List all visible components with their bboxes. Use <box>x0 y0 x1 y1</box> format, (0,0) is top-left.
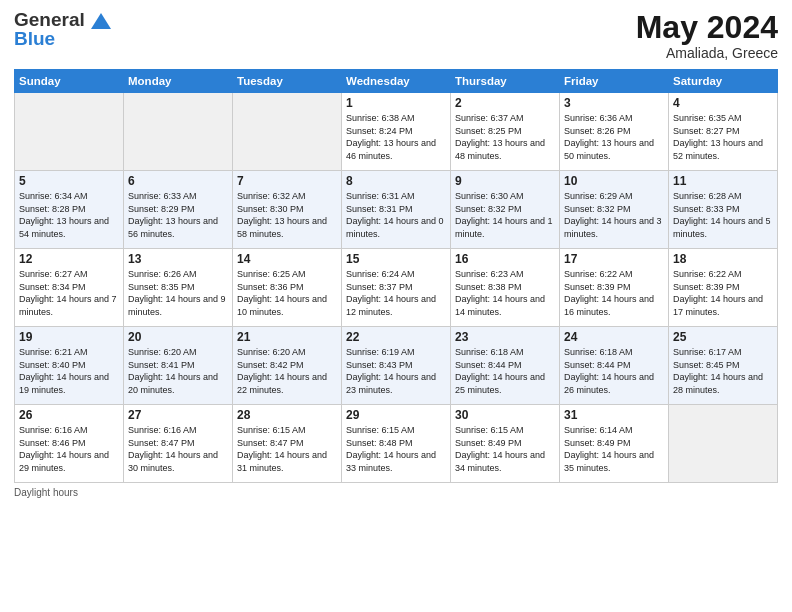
cell-details: Sunrise: 6:23 AM Sunset: 8:38 PM Dayligh… <box>455 268 555 318</box>
day-number: 17 <box>564 252 664 266</box>
calendar-cell: 28Sunrise: 6:15 AM Sunset: 8:47 PM Dayli… <box>233 405 342 483</box>
calendar-cell: 29Sunrise: 6:15 AM Sunset: 8:48 PM Dayli… <box>342 405 451 483</box>
day-header-sunday: Sunday <box>15 70 124 93</box>
calendar-cell: 15Sunrise: 6:24 AM Sunset: 8:37 PM Dayli… <box>342 249 451 327</box>
header-row: SundayMondayTuesdayWednesdayThursdayFrid… <box>15 70 778 93</box>
cell-details: Sunrise: 6:18 AM Sunset: 8:44 PM Dayligh… <box>455 346 555 396</box>
calendar-cell: 23Sunrise: 6:18 AM Sunset: 8:44 PM Dayli… <box>451 327 560 405</box>
calendar-row: 26Sunrise: 6:16 AM Sunset: 8:46 PM Dayli… <box>15 405 778 483</box>
cell-details: Sunrise: 6:27 AM Sunset: 8:34 PM Dayligh… <box>19 268 119 318</box>
cell-details: Sunrise: 6:35 AM Sunset: 8:27 PM Dayligh… <box>673 112 773 162</box>
month-title: May 2024 <box>636 10 778 45</box>
day-header-thursday: Thursday <box>451 70 560 93</box>
day-number: 5 <box>19 174 119 188</box>
cell-details: Sunrise: 6:32 AM Sunset: 8:30 PM Dayligh… <box>237 190 337 240</box>
calendar-cell <box>15 93 124 171</box>
day-number: 7 <box>237 174 337 188</box>
day-number: 1 <box>346 96 446 110</box>
calendar-cell: 20Sunrise: 6:20 AM Sunset: 8:41 PM Dayli… <box>124 327 233 405</box>
calendar-cell: 27Sunrise: 6:16 AM Sunset: 8:47 PM Dayli… <box>124 405 233 483</box>
cell-details: Sunrise: 6:14 AM Sunset: 8:49 PM Dayligh… <box>564 424 664 474</box>
calendar-row: 19Sunrise: 6:21 AM Sunset: 8:40 PM Dayli… <box>15 327 778 405</box>
day-header-friday: Friday <box>560 70 669 93</box>
cell-details: Sunrise: 6:29 AM Sunset: 8:32 PM Dayligh… <box>564 190 664 240</box>
day-number: 21 <box>237 330 337 344</box>
cell-details: Sunrise: 6:17 AM Sunset: 8:45 PM Dayligh… <box>673 346 773 396</box>
cell-details: Sunrise: 6:24 AM Sunset: 8:37 PM Dayligh… <box>346 268 446 318</box>
day-number: 15 <box>346 252 446 266</box>
cell-details: Sunrise: 6:15 AM Sunset: 8:49 PM Dayligh… <box>455 424 555 474</box>
calendar-cell: 14Sunrise: 6:25 AM Sunset: 8:36 PM Dayli… <box>233 249 342 327</box>
day-number: 28 <box>237 408 337 422</box>
calendar-row: 1Sunrise: 6:38 AM Sunset: 8:24 PM Daylig… <box>15 93 778 171</box>
day-number: 3 <box>564 96 664 110</box>
day-number: 26 <box>19 408 119 422</box>
header: General Blue May 2024 Amaliada, Greece <box>14 10 778 61</box>
day-number: 22 <box>346 330 446 344</box>
day-number: 27 <box>128 408 228 422</box>
calendar-cell <box>233 93 342 171</box>
calendar-cell: 17Sunrise: 6:22 AM Sunset: 8:39 PM Dayli… <box>560 249 669 327</box>
day-number: 25 <box>673 330 773 344</box>
day-number: 14 <box>237 252 337 266</box>
svg-marker-0 <box>91 13 111 29</box>
daylight-label: Daylight hours <box>14 487 78 498</box>
day-number: 9 <box>455 174 555 188</box>
calendar-cell: 10Sunrise: 6:29 AM Sunset: 8:32 PM Dayli… <box>560 171 669 249</box>
calendar-table: SundayMondayTuesdayWednesdayThursdayFrid… <box>14 69 778 483</box>
day-number: 10 <box>564 174 664 188</box>
calendar-cell: 2Sunrise: 6:37 AM Sunset: 8:25 PM Daylig… <box>451 93 560 171</box>
cell-details: Sunrise: 6:18 AM Sunset: 8:44 PM Dayligh… <box>564 346 664 396</box>
cell-details: Sunrise: 6:20 AM Sunset: 8:42 PM Dayligh… <box>237 346 337 396</box>
day-header-wednesday: Wednesday <box>342 70 451 93</box>
calendar-cell: 24Sunrise: 6:18 AM Sunset: 8:44 PM Dayli… <box>560 327 669 405</box>
calendar-cell: 7Sunrise: 6:32 AM Sunset: 8:30 PM Daylig… <box>233 171 342 249</box>
calendar-cell: 8Sunrise: 6:31 AM Sunset: 8:31 PM Daylig… <box>342 171 451 249</box>
cell-details: Sunrise: 6:31 AM Sunset: 8:31 PM Dayligh… <box>346 190 446 240</box>
day-header-monday: Monday <box>124 70 233 93</box>
calendar-cell: 16Sunrise: 6:23 AM Sunset: 8:38 PM Dayli… <box>451 249 560 327</box>
cell-details: Sunrise: 6:25 AM Sunset: 8:36 PM Dayligh… <box>237 268 337 318</box>
calendar-cell: 12Sunrise: 6:27 AM Sunset: 8:34 PM Dayli… <box>15 249 124 327</box>
calendar-cell: 11Sunrise: 6:28 AM Sunset: 8:33 PM Dayli… <box>669 171 778 249</box>
calendar-row: 12Sunrise: 6:27 AM Sunset: 8:34 PM Dayli… <box>15 249 778 327</box>
day-header-tuesday: Tuesday <box>233 70 342 93</box>
day-number: 11 <box>673 174 773 188</box>
cell-details: Sunrise: 6:22 AM Sunset: 8:39 PM Dayligh… <box>564 268 664 318</box>
logo-blue: Blue <box>14 29 55 48</box>
calendar-cell: 30Sunrise: 6:15 AM Sunset: 8:49 PM Dayli… <box>451 405 560 483</box>
day-number: 13 <box>128 252 228 266</box>
title-block: May 2024 Amaliada, Greece <box>636 10 778 61</box>
calendar-page: General Blue May 2024 Amaliada, Greece S… <box>0 0 792 612</box>
cell-details: Sunrise: 6:15 AM Sunset: 8:47 PM Dayligh… <box>237 424 337 474</box>
cell-details: Sunrise: 6:34 AM Sunset: 8:28 PM Dayligh… <box>19 190 119 240</box>
calendar-cell: 22Sunrise: 6:19 AM Sunset: 8:43 PM Dayli… <box>342 327 451 405</box>
day-number: 19 <box>19 330 119 344</box>
calendar-cell <box>669 405 778 483</box>
calendar-cell: 3Sunrise: 6:36 AM Sunset: 8:26 PM Daylig… <box>560 93 669 171</box>
calendar-cell: 21Sunrise: 6:20 AM Sunset: 8:42 PM Dayli… <box>233 327 342 405</box>
cell-details: Sunrise: 6:22 AM Sunset: 8:39 PM Dayligh… <box>673 268 773 318</box>
day-number: 4 <box>673 96 773 110</box>
calendar-cell: 18Sunrise: 6:22 AM Sunset: 8:39 PM Dayli… <box>669 249 778 327</box>
day-number: 6 <box>128 174 228 188</box>
calendar-cell: 6Sunrise: 6:33 AM Sunset: 8:29 PM Daylig… <box>124 171 233 249</box>
day-number: 29 <box>346 408 446 422</box>
cell-details: Sunrise: 6:38 AM Sunset: 8:24 PM Dayligh… <box>346 112 446 162</box>
calendar-row: 5Sunrise: 6:34 AM Sunset: 8:28 PM Daylig… <box>15 171 778 249</box>
cell-details: Sunrise: 6:16 AM Sunset: 8:47 PM Dayligh… <box>128 424 228 474</box>
day-number: 31 <box>564 408 664 422</box>
cell-details: Sunrise: 6:28 AM Sunset: 8:33 PM Dayligh… <box>673 190 773 240</box>
cell-details: Sunrise: 6:16 AM Sunset: 8:46 PM Dayligh… <box>19 424 119 474</box>
day-number: 20 <box>128 330 228 344</box>
cell-details: Sunrise: 6:37 AM Sunset: 8:25 PM Dayligh… <box>455 112 555 162</box>
calendar-cell: 1Sunrise: 6:38 AM Sunset: 8:24 PM Daylig… <box>342 93 451 171</box>
calendar-cell <box>124 93 233 171</box>
calendar-cell: 5Sunrise: 6:34 AM Sunset: 8:28 PM Daylig… <box>15 171 124 249</box>
day-number: 18 <box>673 252 773 266</box>
cell-details: Sunrise: 6:15 AM Sunset: 8:48 PM Dayligh… <box>346 424 446 474</box>
calendar-cell: 25Sunrise: 6:17 AM Sunset: 8:45 PM Dayli… <box>669 327 778 405</box>
location: Amaliada, Greece <box>636 45 778 61</box>
day-number: 2 <box>455 96 555 110</box>
calendar-cell: 13Sunrise: 6:26 AM Sunset: 8:35 PM Dayli… <box>124 249 233 327</box>
